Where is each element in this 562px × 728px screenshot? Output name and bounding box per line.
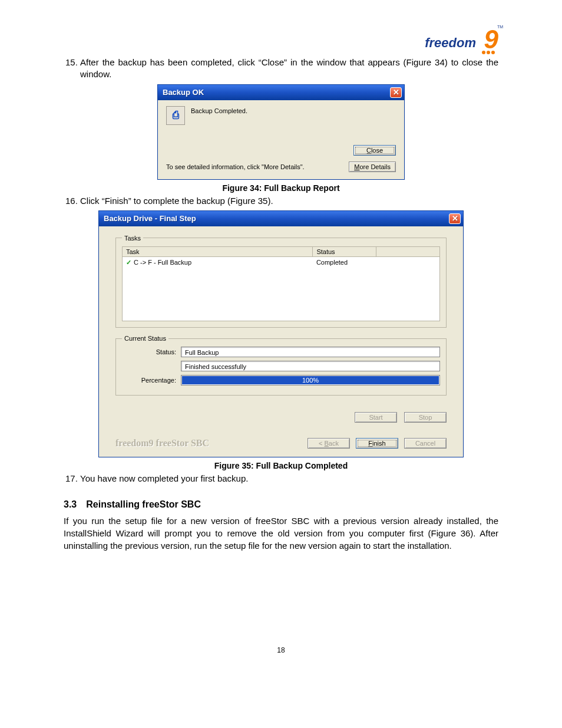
close-button[interactable]: Close (353, 145, 396, 156)
start-button: Start (355, 412, 397, 423)
col-task: Task (123, 246, 313, 256)
close-icon[interactable]: ✕ (449, 213, 461, 224)
section-paragraph: If you run the setup file for a new vers… (64, 515, 498, 552)
progress-value: 100% (182, 376, 439, 384)
cancel-button: Cancel (404, 438, 447, 449)
percentage-label: Percentage: (122, 377, 181, 384)
tasks-table: Task Status ✓C -> F - Full Backup Comple… (122, 246, 440, 322)
status-label: Status: (122, 348, 181, 355)
logo-nine-icon: 9 (484, 25, 498, 54)
step-17: You have now completed your first backup… (80, 473, 498, 485)
close-icon[interactable]: ✕ (390, 87, 402, 98)
more-details-info: To see detailed information, click "More… (166, 163, 305, 170)
logo: freedom 9 TM (425, 35, 498, 51)
task-status: Completed (313, 256, 376, 268)
logo-word: freedom (425, 35, 476, 50)
progress-bar: 100% (181, 375, 440, 386)
stop-button: Stop (404, 412, 447, 423)
col-status: Status (313, 246, 376, 256)
titlebar: Backup Drive - Final Step ✕ (99, 211, 463, 226)
logo-tm: TM (497, 25, 503, 29)
dialog-title: Backup Drive - Final Step (104, 214, 196, 223)
tasks-fieldset: Tasks Task Status ✓C -> F - Full Backup … (115, 235, 447, 328)
task-name: C -> F - Full Backup (134, 259, 191, 266)
logo-dots-icon (482, 51, 495, 54)
titlebar: Backup OK ✕ (158, 85, 404, 100)
dialog-title: Backup OK (163, 88, 204, 97)
brand-text: freedom9 freeStor SBC (115, 438, 209, 449)
step-16: Click “Finish” to complete the backup (F… (80, 195, 498, 207)
figure-34-caption: Figure 34: Full Backup Report (64, 183, 498, 193)
finish-button[interactable]: Finish (356, 438, 398, 449)
dialog-final-step: Backup Drive - Final Step ✕ Tasks Task S… (98, 210, 464, 458)
check-icon: ✓ (126, 259, 131, 266)
page-number: 18 (64, 646, 498, 654)
backup-icon: ⎙ (166, 106, 185, 125)
status-result: Finished successfully (181, 361, 440, 371)
current-status-fieldset: Current Status Status: Full Backup Finis… (115, 335, 447, 396)
table-row: ✓C -> F - Full Backup Completed (123, 256, 440, 268)
back-button: < Back (308, 438, 350, 449)
logo-row: freedom 9 TM (64, 35, 498, 51)
tasks-legend: Tasks (122, 235, 143, 242)
figure-35-caption: Figure 35: Full Backup Completed (64, 461, 498, 470)
dialog-backup-ok: Backup OK ✕ ⎙ Backup Completed. Close To… (157, 84, 405, 180)
current-status-legend: Current Status (122, 335, 168, 342)
backup-completed-msg: Backup Completed. (191, 106, 247, 114)
section-heading: 3.3 Reinstalling freeStor SBC (64, 499, 498, 510)
status-value: Full Backup (181, 347, 440, 357)
step-15: After the backup has been completed, cli… (80, 57, 498, 81)
more-details-button[interactable]: More Details (349, 162, 396, 172)
